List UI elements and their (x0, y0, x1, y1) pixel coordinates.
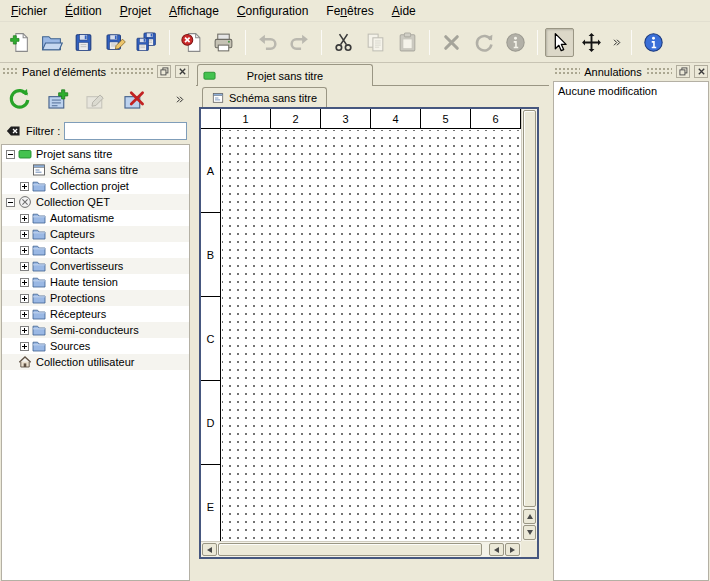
toolbar-overflow-button[interactable] (609, 28, 624, 57)
main-toolbar (0, 22, 710, 63)
tree-item-collection-projet[interactable]: Collection projet (2, 178, 189, 194)
tree-item-label: Collection QET (36, 196, 110, 208)
tree-expander-icon[interactable] (6, 150, 15, 159)
tree-expander-icon[interactable] (20, 310, 29, 319)
tree-item-capteurs[interactable]: Capteurs (2, 226, 189, 242)
new-project-button[interactable] (5, 28, 34, 57)
chevron-icon (611, 37, 622, 48)
tree-item-schema-sans-titre[interactable]: Schéma sans titre (2, 162, 189, 178)
save-all-button[interactable] (133, 28, 162, 57)
clear-filter-button[interactable] (4, 122, 22, 140)
tree-expander-icon[interactable] (20, 230, 29, 239)
tab-projet-sans-titre[interactable]: Projet sans titre (197, 64, 373, 86)
menu-fenetres[interactable]: Fenêtres (317, 1, 382, 21)
edit-element-button (80, 84, 111, 115)
diagram-grid[interactable] (222, 130, 521, 541)
save-project-button[interactable] (69, 28, 98, 57)
row-header: E (201, 465, 220, 541)
new-file-icon (8, 31, 31, 54)
element-info-button (501, 28, 530, 57)
undo-button (253, 28, 282, 57)
tree-expander-icon[interactable] (20, 262, 29, 271)
undo-panel-titlebar[interactable]: Annulations (552, 63, 710, 80)
scroll-left-end-button[interactable] (489, 543, 504, 556)
tree-item-recepteurs[interactable]: Récepteurs (2, 306, 189, 322)
select-mode-button[interactable] (545, 28, 574, 57)
scroll-down-button[interactable] (523, 525, 536, 540)
toolbar-separator (321, 30, 322, 55)
edit-element-icon (83, 87, 108, 112)
menu-edition[interactable]: Édition (56, 1, 111, 21)
folder-icon (32, 323, 46, 337)
undo-history-list[interactable]: Aucune modification (553, 81, 709, 581)
scroll-right-button[interactable] (505, 543, 520, 556)
vertical-scrollbar[interactable] (521, 109, 537, 541)
delete-element-icon (121, 87, 146, 112)
tree-item-projet-sans-titre[interactable]: Projet sans titre (2, 146, 189, 162)
new-element-icon (45, 87, 70, 112)
tree-expander-icon[interactable] (20, 294, 29, 303)
menu-affichage[interactable]: Affichage (160, 1, 228, 21)
tree-item-collection-qet[interactable]: Collection QET (2, 194, 189, 210)
row-header: D (201, 381, 220, 465)
chevron-icon (174, 94, 185, 105)
undo-empty-text: Aucune modification (558, 85, 704, 97)
tree-expander-icon[interactable] (6, 198, 15, 207)
new-element-button[interactable] (42, 84, 73, 115)
tree-expander-icon[interactable] (20, 246, 29, 255)
open-project-button[interactable] (37, 28, 66, 57)
vertical-scrollbar-thumb[interactable] (523, 110, 536, 507)
tree-item-label: Récepteurs (50, 308, 106, 320)
tree-item-protections[interactable]: Protections (2, 290, 189, 306)
tree-item-collection-utilisateur[interactable]: Collection utilisateur (2, 354, 189, 370)
move-mode-button[interactable] (577, 28, 606, 57)
tree-item-semi-conducteurs[interactable]: Semi-conducteurs (2, 322, 189, 338)
menu-configuration[interactable]: Configuration (228, 1, 317, 21)
scroll-up-button[interactable] (523, 509, 536, 524)
print-button[interactable] (209, 28, 238, 57)
float-panel-button[interactable] (676, 65, 690, 78)
tree-expander-icon[interactable] (20, 326, 29, 335)
column-headers: 123456 (221, 109, 521, 129)
close-panel-button[interactable] (694, 65, 708, 78)
about-button[interactable] (639, 28, 668, 57)
tree-item-contacts[interactable]: Contacts (2, 242, 189, 258)
save-all-icon (136, 31, 159, 54)
horizontal-scrollbar[interactable] (201, 541, 521, 557)
undo-icon (256, 31, 279, 54)
filter-input[interactable] (64, 122, 187, 140)
close-project-button[interactable] (177, 28, 206, 57)
tree-expander-icon[interactable] (20, 214, 29, 223)
column-header: 4 (371, 109, 421, 128)
tree-item-automatisme[interactable]: Automatisme (2, 210, 189, 226)
menu-aide[interactable]: Aide (383, 1, 425, 21)
menu-fichier[interactable]: Fichier (2, 1, 56, 21)
tree-expander-icon[interactable] (20, 342, 29, 351)
tab-schema-sans-titre[interactable]: Schéma sans titre (202, 87, 327, 107)
elements-panel-titlebar[interactable]: Panel d'éléments (0, 63, 191, 80)
horizontal-scrollbar-thumb[interactable] (218, 543, 482, 556)
dock-grip (110, 67, 153, 76)
mdi-area: Projet sans titre Schéma sans titre 1234… (196, 63, 549, 581)
tree-item-convertisseurs[interactable]: Convertisseurs (2, 258, 189, 274)
open-icon (40, 31, 63, 54)
delete-element-button[interactable] (118, 84, 149, 115)
folder-icon (32, 227, 46, 241)
menu-projet[interactable]: Projet (111, 1, 160, 21)
close-panel-button[interactable] (175, 65, 189, 78)
toolbar-separator (245, 30, 246, 55)
delete-icon (440, 31, 463, 54)
tree-expander-icon[interactable] (20, 278, 29, 287)
float-panel-button[interactable] (157, 65, 171, 78)
save-project-as-button[interactable] (101, 28, 130, 57)
tree-item-sources[interactable]: Sources (2, 338, 189, 354)
cut-button[interactable] (329, 28, 358, 57)
tree-item-label: Projet sans titre (36, 148, 112, 160)
home-icon (18, 355, 32, 369)
project-tab-label: Projet sans titre (198, 70, 372, 82)
tree-expander-icon[interactable] (20, 182, 29, 191)
tree-item-haute-tension[interactable]: Haute tension (2, 274, 189, 290)
panel-overflow-button[interactable] (171, 84, 187, 115)
reload-collections-button[interactable] (4, 84, 35, 115)
scroll-left-button[interactable] (202, 543, 217, 556)
